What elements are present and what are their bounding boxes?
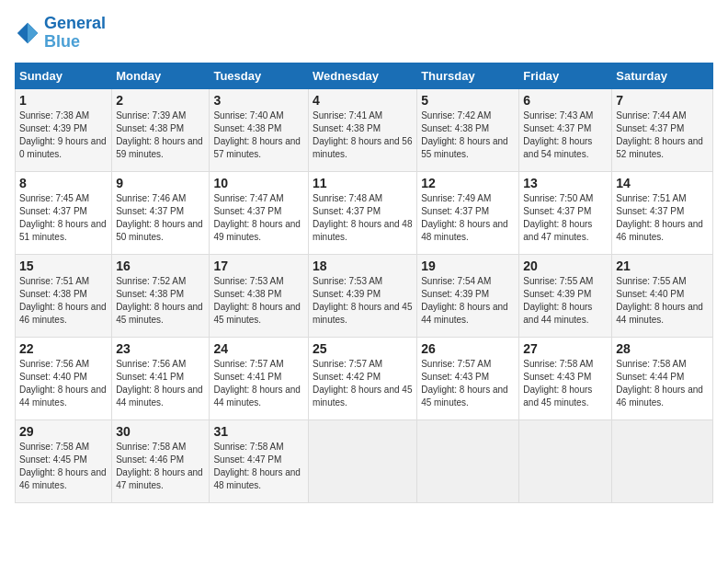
calendar-cell: 3Sunrise: 7:40 AMSunset: 4:38 PMDaylight… — [210, 88, 309, 171]
calendar-cell: 18Sunrise: 7:53 AMSunset: 4:39 PMDayligh… — [309, 254, 417, 337]
day-number: 18 — [313, 259, 413, 273]
day-number: 12 — [421, 176, 515, 190]
day-number: 9 — [116, 176, 205, 190]
calendar-cell: 13Sunrise: 7:50 AMSunset: 4:37 PMDayligh… — [519, 171, 612, 254]
day-info: Sunrise: 7:51 AMSunset: 4:37 PMDaylight:… — [616, 192, 709, 244]
day-number: 29 — [19, 424, 108, 439]
day-number: 8 — [19, 176, 108, 190]
calendar-cell: 27Sunrise: 7:58 AMSunset: 4:43 PMDayligh… — [519, 337, 612, 419]
calendar-cell: 10Sunrise: 7:47 AMSunset: 4:37 PMDayligh… — [210, 171, 309, 254]
day-number: 20 — [523, 259, 608, 273]
day-info: Sunrise: 7:49 AMSunset: 4:37 PMDaylight:… — [421, 192, 515, 244]
calendar-cell: 24Sunrise: 7:57 AMSunset: 4:41 PMDayligh… — [210, 337, 309, 419]
day-header-sunday: Sunday — [16, 63, 112, 88]
day-header-friday: Friday — [519, 63, 612, 88]
day-info: Sunrise: 7:43 AMSunset: 4:37 PMDaylight:… — [523, 109, 608, 161]
calendar-cell: 25Sunrise: 7:57 AMSunset: 4:42 PMDayligh… — [309, 337, 417, 419]
day-info: Sunrise: 7:40 AMSunset: 4:38 PMDaylight:… — [213, 109, 304, 161]
day-number: 4 — [313, 93, 413, 108]
logo-icon — [15, 20, 40, 46]
day-info: Sunrise: 7:56 AMSunset: 4:40 PMDaylight:… — [19, 358, 108, 409]
calendar-cell: 28Sunrise: 7:58 AMSunset: 4:44 PMDayligh… — [612, 337, 713, 419]
day-info: Sunrise: 7:38 AMSunset: 4:39 PMDaylight:… — [19, 109, 108, 161]
calendar-cell: 30Sunrise: 7:58 AMSunset: 4:46 PMDayligh… — [112, 419, 210, 502]
calendar-cell: 11Sunrise: 7:48 AMSunset: 4:37 PMDayligh… — [309, 171, 417, 254]
logo: General Blue — [15, 15, 106, 52]
calendar-cell: 23Sunrise: 7:56 AMSunset: 4:41 PMDayligh… — [112, 337, 210, 419]
day-number: 25 — [313, 341, 413, 356]
day-info: Sunrise: 7:58 AMSunset: 4:43 PMDaylight:… — [523, 358, 608, 409]
day-header-monday: Monday — [112, 63, 210, 88]
calendar-cell — [519, 419, 612, 502]
day-number: 24 — [213, 341, 304, 356]
calendar-cell — [417, 419, 519, 502]
day-number: 16 — [116, 259, 205, 273]
calendar-cell: 31Sunrise: 7:58 AMSunset: 4:47 PMDayligh… — [210, 419, 309, 502]
day-number: 6 — [523, 93, 608, 108]
calendar-cell: 26Sunrise: 7:57 AMSunset: 4:43 PMDayligh… — [417, 337, 519, 419]
day-number: 19 — [421, 259, 515, 273]
day-info: Sunrise: 7:55 AMSunset: 4:40 PMDaylight:… — [616, 275, 709, 327]
day-info: Sunrise: 7:58 AMSunset: 4:47 PMDaylight:… — [213, 441, 304, 492]
calendar-cell: 6Sunrise: 7:43 AMSunset: 4:37 PMDaylight… — [519, 88, 612, 171]
day-header-saturday: Saturday — [612, 63, 713, 88]
day-info: Sunrise: 7:57 AMSunset: 4:41 PMDaylight:… — [213, 358, 304, 409]
day-number: 13 — [523, 176, 608, 190]
day-number: 10 — [213, 176, 304, 190]
days-header-row: SundayMondayTuesdayWednesdayThursdayFrid… — [16, 63, 713, 88]
calendar-cell — [612, 419, 713, 502]
day-number: 21 — [616, 259, 709, 273]
calendar-cell: 17Sunrise: 7:53 AMSunset: 4:38 PMDayligh… — [210, 254, 309, 337]
day-info: Sunrise: 7:51 AMSunset: 4:38 PMDaylight:… — [19, 275, 108, 327]
day-info: Sunrise: 7:39 AMSunset: 4:38 PMDaylight:… — [116, 109, 205, 161]
day-info: Sunrise: 7:41 AMSunset: 4:38 PMDaylight:… — [313, 109, 413, 161]
day-header-tuesday: Tuesday — [210, 63, 309, 88]
day-info: Sunrise: 7:58 AMSunset: 4:46 PMDaylight:… — [116, 441, 205, 492]
day-number: 23 — [116, 341, 205, 356]
day-info: Sunrise: 7:52 AMSunset: 4:38 PMDaylight:… — [116, 275, 205, 327]
day-number: 17 — [213, 259, 304, 273]
day-number: 11 — [313, 176, 413, 190]
calendar-cell: 22Sunrise: 7:56 AMSunset: 4:40 PMDayligh… — [16, 337, 112, 419]
day-info: Sunrise: 7:58 AMSunset: 4:45 PMDaylight:… — [19, 441, 108, 492]
day-number: 14 — [616, 176, 709, 190]
day-number: 31 — [213, 424, 304, 439]
day-number: 2 — [116, 93, 205, 108]
calendar-cell: 8Sunrise: 7:45 AMSunset: 4:37 PMDaylight… — [16, 171, 112, 254]
day-header-wednesday: Wednesday — [309, 63, 417, 88]
calendar-cell: 19Sunrise: 7:54 AMSunset: 4:39 PMDayligh… — [417, 254, 519, 337]
day-number: 28 — [616, 341, 709, 356]
week-row-4: 22Sunrise: 7:56 AMSunset: 4:40 PMDayligh… — [16, 337, 713, 419]
calendar-cell: 9Sunrise: 7:46 AMSunset: 4:37 PMDaylight… — [112, 171, 210, 254]
day-info: Sunrise: 7:53 AMSunset: 4:39 PMDaylight:… — [313, 275, 413, 327]
week-row-3: 15Sunrise: 7:51 AMSunset: 4:38 PMDayligh… — [16, 254, 713, 337]
calendar-cell: 29Sunrise: 7:58 AMSunset: 4:45 PMDayligh… — [16, 419, 112, 502]
day-info: Sunrise: 7:45 AMSunset: 4:37 PMDaylight:… — [19, 192, 108, 244]
day-info: Sunrise: 7:48 AMSunset: 4:37 PMDaylight:… — [313, 192, 413, 244]
day-info: Sunrise: 7:42 AMSunset: 4:38 PMDaylight:… — [421, 109, 515, 161]
day-number: 27 — [523, 341, 608, 356]
calendar-cell — [309, 419, 417, 502]
day-info: Sunrise: 7:55 AMSunset: 4:39 PMDaylight:… — [523, 275, 608, 327]
day-info: Sunrise: 7:47 AMSunset: 4:37 PMDaylight:… — [213, 192, 304, 244]
calendar-cell: 5Sunrise: 7:42 AMSunset: 4:38 PMDaylight… — [417, 88, 519, 171]
day-header-thursday: Thursday — [417, 63, 519, 88]
day-number: 7 — [616, 93, 709, 108]
day-number: 1 — [19, 93, 108, 108]
day-info: Sunrise: 7:46 AMSunset: 4:37 PMDaylight:… — [116, 192, 205, 244]
day-info: Sunrise: 7:57 AMSunset: 4:43 PMDaylight:… — [421, 358, 515, 409]
week-row-2: 8Sunrise: 7:45 AMSunset: 4:37 PMDaylight… — [16, 171, 713, 254]
calendar-cell: 2Sunrise: 7:39 AMSunset: 4:38 PMDaylight… — [112, 88, 210, 171]
calendar-table: SundayMondayTuesdayWednesdayThursdayFrid… — [15, 63, 713, 503]
calendar-cell: 16Sunrise: 7:52 AMSunset: 4:38 PMDayligh… — [112, 254, 210, 337]
calendar-cell: 7Sunrise: 7:44 AMSunset: 4:37 PMDaylight… — [612, 88, 713, 171]
calendar-cell: 20Sunrise: 7:55 AMSunset: 4:39 PMDayligh… — [519, 254, 612, 337]
day-info: Sunrise: 7:50 AMSunset: 4:37 PMDaylight:… — [523, 192, 608, 244]
calendar-cell: 12Sunrise: 7:49 AMSunset: 4:37 PMDayligh… — [417, 171, 519, 254]
calendar-cell: 21Sunrise: 7:55 AMSunset: 4:40 PMDayligh… — [612, 254, 713, 337]
day-number: 30 — [116, 424, 205, 439]
day-info: Sunrise: 7:53 AMSunset: 4:38 PMDaylight:… — [213, 275, 304, 327]
week-row-5: 29Sunrise: 7:58 AMSunset: 4:45 PMDayligh… — [16, 419, 713, 502]
day-number: 26 — [421, 341, 515, 356]
calendar-cell: 1Sunrise: 7:38 AMSunset: 4:39 PMDaylight… — [16, 88, 112, 171]
